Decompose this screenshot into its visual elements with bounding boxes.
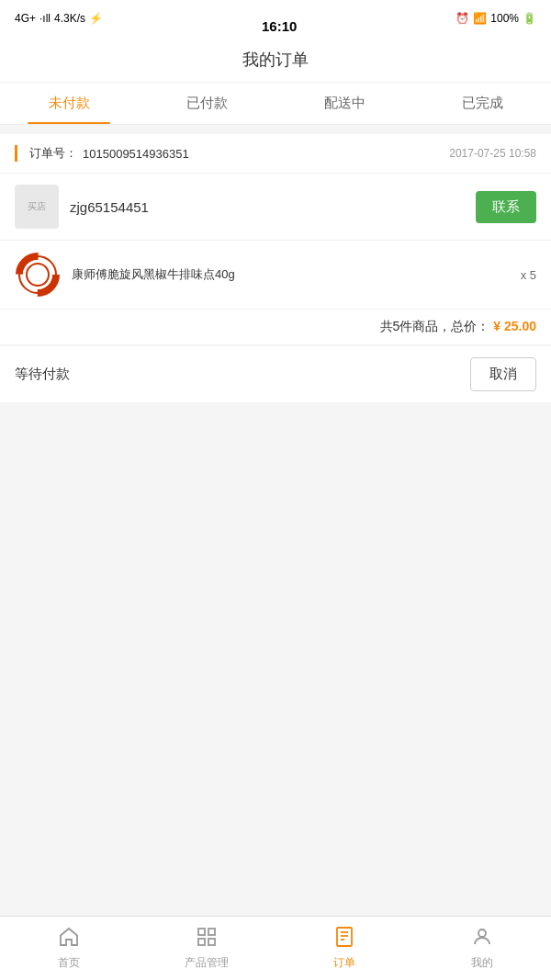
content-area: 订单号： 1015009514936351 2017-07-25 10:58 买…: [0, 125, 551, 980]
order-card: 订单号： 1015009514936351 2017-07-25 10:58 买…: [0, 134, 551, 345]
order-date: 2017-07-25 10:58: [449, 147, 536, 160]
order-id-value: 1015009514936351: [83, 147, 189, 161]
order-header: 订单号： 1015009514936351 2017-07-25 10:58: [0, 134, 551, 174]
order-id-row: 订单号： 1015009514936351: [15, 145, 189, 162]
svg-rect-9: [337, 928, 352, 946]
tab-delivering[interactable]: 配送中: [276, 83, 413, 124]
bottom-nav: 首页 产品管理 订单: [0, 916, 551, 980]
page-title: 我的订单: [242, 49, 309, 71]
contact-button[interactable]: 联系: [476, 191, 536, 223]
usb-icon: ⚡: [89, 12, 103, 25]
nav-item-profile[interactable]: 我的: [413, 920, 551, 976]
tabs-container: 未付款 已付款 配送中 已完成: [0, 83, 551, 125]
product-name: 康师傅脆旋风黑椒牛排味点40g: [72, 266, 510, 283]
total-row: 共5件商品，总价： ¥ 25.00: [0, 310, 551, 345]
clock-icon: ⏰: [455, 12, 469, 25]
product-row: 康师傅脆旋风黑椒牛排味点40g x 5: [0, 241, 551, 310]
wifi-icon: 📶: [473, 12, 487, 25]
order-status-text: 等待付款: [15, 366, 70, 383]
total-price: ¥ 25.00: [493, 319, 536, 333]
orders-icon: [333, 926, 355, 952]
profile-icon: [471, 926, 493, 952]
status-time: 16:10: [262, 18, 297, 34]
product-image: [15, 252, 61, 298]
nav-label-orders: 订单: [333, 955, 355, 971]
seller-name: zjg65154451: [70, 199, 465, 215]
speed-indicator: 4.3K/s: [54, 12, 85, 25]
nav-label-profile: 我的: [471, 955, 493, 971]
tab-paid[interactable]: 已付款: [138, 83, 276, 124]
cancel-button[interactable]: 取消: [470, 357, 536, 391]
nav-item-home[interactable]: 首页: [0, 920, 138, 976]
tab-completed[interactable]: 已完成: [413, 83, 551, 124]
home-icon: [58, 926, 80, 952]
order-id-label: 订单号：: [29, 145, 77, 162]
svg-point-13: [478, 929, 486, 937]
battery-indicator: 100%: [490, 12, 519, 25]
seller-avatar: 买店: [15, 185, 59, 229]
nav-item-orders[interactable]: 订单: [276, 920, 413, 976]
network-indicator: 4G+: [15, 12, 36, 25]
status-bar: 4G+ ·ıll 4.3K/s ⚡ 16:10 ⏰ 📶 100% 🔋: [0, 0, 551, 37]
status-left: 4G+ ·ıll 4.3K/s ⚡: [15, 12, 103, 25]
battery-icon: 🔋: [523, 12, 536, 25]
nav-item-products[interactable]: 产品管理: [138, 920, 276, 976]
seller-row: 买店 zjg65154451 联系: [0, 174, 551, 241]
page-title-bar: 我的订单: [0, 37, 551, 83]
tab-unpaid[interactable]: 未付款: [0, 83, 138, 124]
svg-rect-8: [208, 939, 215, 945]
nav-label-products: 产品管理: [185, 955, 229, 971]
order-footer: 等待付款 取消: [0, 346, 551, 402]
product-qty: x 5: [521, 268, 536, 282]
svg-rect-5: [198, 929, 205, 935]
svg-rect-7: [198, 939, 205, 945]
nav-label-home: 首页: [58, 955, 80, 971]
total-label: 共5件商品，总价：: [380, 319, 490, 333]
status-right: ⏰ 📶 100% 🔋: [455, 12, 536, 25]
signal-bars: ·ıll: [39, 12, 51, 25]
products-icon: [196, 926, 218, 952]
svg-rect-6: [208, 929, 215, 935]
